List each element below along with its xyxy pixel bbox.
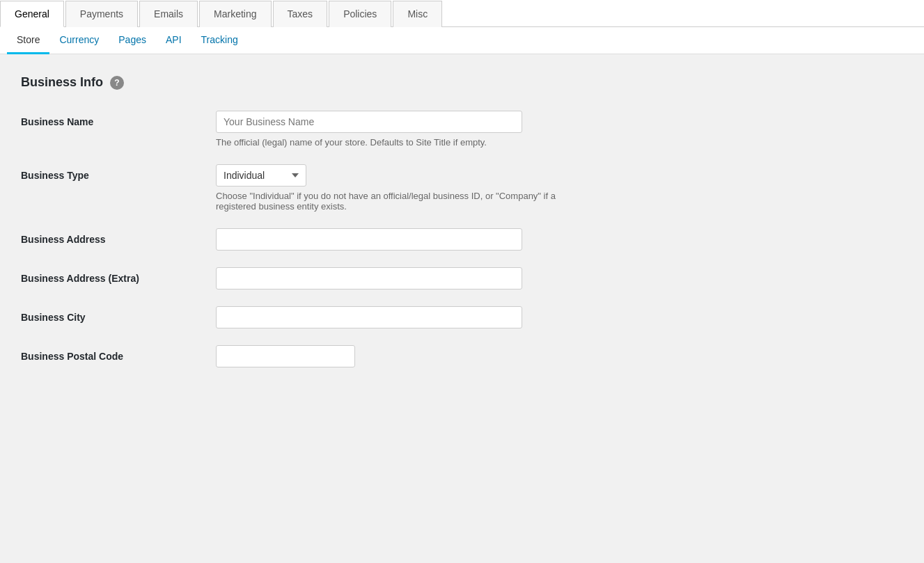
sub-tabs: Store Currency Pages API Tracking — [0, 27, 924, 54]
business-type-hint: Choose "Individual" if you do not have a… — [216, 191, 564, 212]
subtab-store[interactable]: Store — [7, 27, 49, 54]
business-type-row: Business Type Individual Company Choose … — [21, 164, 903, 212]
tab-policies[interactable]: Policies — [329, 1, 391, 27]
business-type-label: Business Type — [21, 164, 216, 181]
section-header: Business Info ? — [21, 75, 903, 90]
business-address-row: Business Address — [21, 228, 903, 251]
business-city-row: Business City — [21, 306, 903, 328]
business-address-extra-row: Business Address (Extra) — [21, 267, 903, 290]
subtab-tracking[interactable]: Tracking — [191, 27, 248, 54]
business-city-input[interactable] — [216, 306, 522, 328]
business-address-extra-field — [216, 267, 564, 290]
tab-taxes[interactable]: Taxes — [273, 1, 328, 27]
business-city-label: Business City — [21, 306, 216, 323]
business-address-input[interactable] — [216, 228, 522, 251]
tab-misc[interactable]: Misc — [393, 1, 442, 27]
subtab-pages[interactable]: Pages — [109, 27, 156, 54]
business-type-select[interactable]: Individual Company — [216, 164, 306, 187]
business-address-extra-input[interactable] — [216, 267, 522, 290]
subtab-api[interactable]: API — [156, 27, 191, 54]
main-tabs: General Payments Emails Marketing Taxes … — [0, 0, 924, 27]
business-city-field — [216, 306, 564, 328]
business-postal-code-label: Business Postal Code — [21, 345, 216, 362]
tab-emails[interactable]: Emails — [139, 1, 198, 27]
section-title: Business Info — [21, 75, 103, 90]
tab-marketing[interactable]: Marketing — [199, 1, 271, 27]
business-postal-code-input[interactable] — [216, 345, 355, 367]
tab-general[interactable]: General — [0, 1, 64, 27]
business-name-field: The official (legal) name of your store.… — [216, 111, 564, 148]
business-address-extra-label: Business Address (Extra) — [21, 267, 216, 284]
business-postal-code-field — [216, 345, 564, 367]
business-address-field — [216, 228, 564, 251]
business-address-label: Business Address — [21, 228, 216, 245]
business-postal-code-row: Business Postal Code — [21, 345, 903, 367]
business-type-field: Individual Company Choose "Individual" i… — [216, 164, 564, 212]
business-name-row: Business Name The official (legal) name … — [21, 111, 903, 148]
subtab-currency[interactable]: Currency — [49, 27, 109, 54]
tab-payments[interactable]: Payments — [65, 1, 138, 27]
business-name-hint: The official (legal) name of your store.… — [216, 137, 564, 148]
content-area: Business Info ? Business Name The offici… — [0, 54, 924, 514]
business-name-label: Business Name — [21, 111, 216, 127]
business-name-input[interactable] — [216, 111, 522, 133]
help-icon[interactable]: ? — [110, 76, 124, 90]
